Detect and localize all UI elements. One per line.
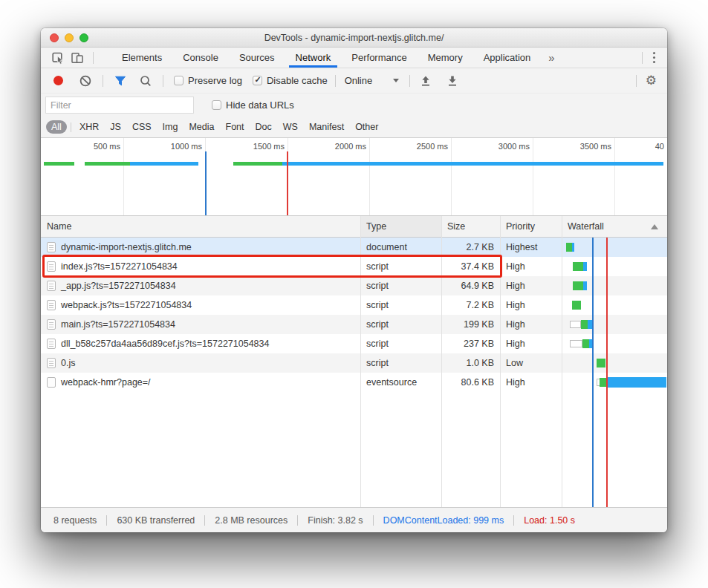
tab-performance[interactable]: Performance: [341, 48, 417, 68]
overview-bar: [282, 162, 663, 166]
cell-waterfall: [562, 315, 667, 334]
export-har-icon[interactable]: [443, 72, 462, 90]
throttling-select[interactable]: Online: [345, 75, 400, 86]
cell-type: script: [360, 315, 441, 334]
request-row[interactable]: 0.jsscript1.0 KBLow: [41, 353, 667, 373]
cell-type: eventsource: [360, 373, 441, 392]
divider: [409, 75, 410, 87]
file-icon: [47, 358, 56, 368]
load-marker-line: [606, 238, 608, 507]
cell-type: document: [360, 238, 441, 257]
waterfall-bar-green: [597, 359, 605, 368]
checkbox-checked[interactable]: [253, 76, 262, 85]
column-header-waterfall[interactable]: Waterfall: [562, 216, 667, 237]
status-bar: 8 requests630 KB transferred2.8 MB resou…: [41, 507, 667, 532]
chip-ws[interactable]: WS: [279, 120, 302, 134]
import-har-icon[interactable]: [416, 72, 435, 90]
cell-waterfall: [562, 353, 667, 373]
tab-sources[interactable]: Sources: [229, 48, 285, 68]
inspect-element-icon[interactable]: [48, 49, 68, 67]
request-row[interactable]: webpack.js?ts=1572271054834script7.2 KBH…: [41, 295, 667, 315]
cell-waterfall: [562, 238, 667, 257]
tab-console[interactable]: Console: [172, 48, 229, 68]
overview-bar: [130, 162, 198, 166]
file-icon: [47, 300, 56, 310]
search-icon[interactable]: [136, 72, 155, 90]
chevron-down-icon: [393, 79, 399, 82]
divider: [93, 52, 94, 64]
filter-input[interactable]: [45, 97, 194, 114]
clear-icon[interactable]: [76, 72, 95, 90]
checkbox-unchecked[interactable]: [212, 100, 221, 110]
chip-other[interactable]: Other: [351, 120, 382, 134]
cell-priority: High: [500, 276, 562, 295]
column-header-type[interactable]: Type: [360, 216, 441, 237]
maximize-button[interactable]: [79, 33, 88, 42]
chip-xhr[interactable]: XHR: [76, 120, 103, 134]
close-button[interactable]: [50, 33, 59, 42]
chip-css[interactable]: CSS: [129, 120, 155, 134]
status-item: Finish: 3.82 s: [297, 515, 372, 526]
table-header: NameTypeSizePriorityWaterfall: [41, 216, 667, 238]
settings-gear-icon[interactable]: ⚙: [643, 74, 660, 87]
record-button[interactable]: [53, 76, 63, 85]
filter-icon[interactable]: [111, 72, 130, 90]
waterfall-bar-green: [573, 281, 583, 290]
device-toolbar-icon[interactable]: [68, 49, 87, 67]
request-row[interactable]: main.js?ts=1572271054834script199 KBHigh: [41, 315, 667, 334]
cell-name: 0.js: [41, 353, 360, 373]
cell-priority: High: [500, 373, 562, 392]
column-separator[interactable]: [500, 216, 501, 507]
hide-data-urls-checkbox[interactable]: Hide data URLs: [212, 99, 294, 111]
file-icon: [47, 281, 56, 291]
tab-network[interactable]: Network: [285, 48, 342, 68]
cell-type: script: [360, 353, 441, 373]
cell-size: 237 KB: [441, 334, 500, 353]
column-separator[interactable]: [360, 216, 361, 507]
ruler-label: 3500 ms: [580, 142, 611, 151]
tab-application[interactable]: Application: [473, 48, 542, 68]
chip-img[interactable]: Img: [159, 120, 182, 134]
chip-media[interactable]: Media: [185, 120, 218, 134]
cell-name: dll_b58c257da4aa56d89cef.js?ts=157227105…: [41, 334, 360, 353]
column-header-priority[interactable]: Priority: [500, 216, 562, 237]
column-header-name[interactable]: Name: [41, 216, 360, 237]
chip-doc[interactable]: Doc: [252, 120, 276, 134]
request-row[interactable]: dll_b58c257da4aa56d89cef.js?ts=157227105…: [41, 334, 667, 353]
request-row[interactable]: _app.js?ts=1572271054834script64.9 KBHig…: [41, 276, 667, 295]
minimize-button[interactable]: [65, 33, 74, 42]
main-menu-icon[interactable]: [649, 52, 660, 64]
requests-table: NameTypeSizePriorityWaterfall dynamic-im…: [41, 216, 667, 507]
file-icon: [47, 377, 56, 388]
column-header-size[interactable]: Size: [441, 216, 500, 237]
request-row[interactable]: dynamic-import-nextjs.glitch.medocument2…: [41, 238, 667, 257]
window-title: DevTools - dynamic-import-nextjs.glitch.…: [264, 33, 444, 43]
file-icon: [47, 242, 56, 252]
cell-size: 2.7 KB: [441, 238, 500, 257]
column-separator[interactable]: [562, 216, 562, 507]
status-item: Load: 1.50 s: [513, 515, 585, 526]
cell-name: _app.js?ts=1572271054834: [41, 276, 360, 295]
request-row[interactable]: webpack-hmr?page=/eventsource80.6 KBHigh: [41, 373, 667, 392]
checkbox-unchecked[interactable]: [174, 76, 184, 85]
tab-elements[interactable]: Elements: [111, 48, 172, 68]
cell-priority: High: [500, 295, 562, 315]
divider: [103, 75, 103, 87]
dcl-marker-line: [205, 151, 207, 215]
chip-all[interactable]: All: [46, 120, 67, 134]
cell-priority: High: [500, 257, 562, 276]
preserve-log-checkbox[interactable]: Preserve log: [174, 75, 242, 86]
chip-font[interactable]: Font: [222, 120, 248, 134]
devtools-tabbar: ElementsConsoleSourcesNetworkPerformance…: [41, 48, 667, 68]
tab-memory[interactable]: Memory: [418, 48, 473, 68]
more-tabs-button[interactable]: »: [541, 51, 562, 64]
column-separator[interactable]: [441, 216, 442, 507]
request-row[interactable]: index.js?ts=1572271054834script37.4 KBHi…: [41, 257, 667, 276]
chip-manifest[interactable]: Manifest: [305, 120, 348, 134]
disable-cache-checkbox[interactable]: Disable cache: [253, 75, 328, 86]
waterfall-bar-green: [566, 243, 572, 252]
divider: [335, 75, 336, 87]
chip-js[interactable]: JS: [106, 120, 125, 134]
timeline-overview[interactable]: 500 ms1000 ms1500 ms2000 ms2500 ms3000 m…: [41, 138, 667, 216]
cell-size: 64.9 KB: [441, 276, 500, 295]
